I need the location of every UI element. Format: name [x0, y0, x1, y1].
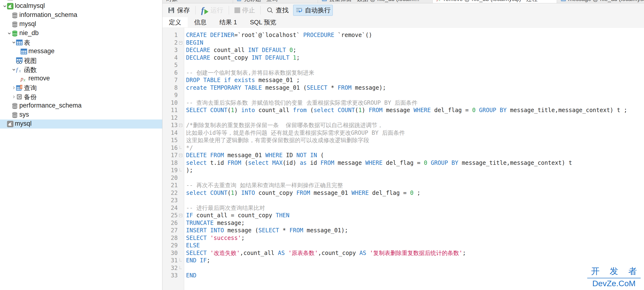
run-fx-icon: f: [201, 7, 204, 14]
code-line-19: 19);: [162, 167, 644, 174]
line-number: 3: [162, 46, 178, 54]
tree-item-nie_db[interactable]: nie_db: [0, 29, 162, 38]
toolbar-separator: [260, 6, 261, 14]
svg-text:p: p: [436, 0, 439, 1]
toolbar-separator: [229, 6, 229, 14]
line-number: 16: [162, 144, 178, 152]
line-number: 9: [162, 92, 178, 99]
code-line-20: 20: [162, 174, 644, 182]
tree-item-localmysql[interactable]: localmysql: [0, 2, 162, 11]
document-tab-label: 无标题 - 查询: [244, 0, 278, 3]
fold-marker[interactable]: [178, 39, 184, 47]
line-number: 15: [162, 137, 178, 144]
tree-item-表[interactable]: 表: [0, 38, 162, 47]
line-number: 24: [162, 204, 178, 212]
line-number: 29: [162, 242, 178, 250]
chevron-down-icon[interactable]: [2, 4, 7, 8]
document-tab-1[interactable]: 无标题 - 查询: [233, 0, 318, 3]
tree-item-label: 表: [24, 38, 30, 47]
tree-item-视图[interactable]: 视图: [0, 56, 162, 65]
code-line-14: 14比如最小id等等，就是条件问题 还有就是去重根据实际需求更改GROUP BY…: [162, 129, 644, 137]
fold-gutter: [178, 46, 184, 54]
document-tabbar: 对象无标题 - 查询去重保留 - 数据 @ nie_db (localm...p…: [162, 0, 644, 3]
chevron-down-icon[interactable]: [12, 67, 16, 72]
word-wrap-toggle[interactable]: 自动换行: [293, 5, 333, 16]
document-tab-2[interactable]: 去重保留 - 数据 @ nie_db (localm...: [318, 0, 433, 3]
tree-item-message[interactable]: message: [0, 47, 162, 56]
run-label: 运行: [210, 6, 223, 14]
document-tab-3[interactable]: pxremove @ nie_db (localmysql) - 过程: [433, 0, 557, 3]
code-text: -- 创建一个临时复制表,并将目标表数据复制进来: [184, 69, 314, 77]
run-button[interactable]: f 运行: [199, 5, 226, 16]
fold-marker: [178, 264, 184, 272]
word-wrap-icon: [295, 6, 303, 14]
document-tab-label: 对象: [166, 0, 178, 3]
chevron-right-icon[interactable]: [12, 94, 16, 99]
find-button[interactable]: 查找: [264, 5, 291, 16]
fold-gutter: [178, 137, 184, 144]
tree-item-label: sys: [19, 111, 29, 118]
watermark: 开 发 者 DevZe.CoM: [587, 266, 641, 288]
tree-item-函数[interactable]: fx函数: [0, 65, 162, 74]
code-line-4: 4DECLARE count_copy INT DEFAULT 1;: [162, 54, 644, 62]
subtab-3[interactable]: SQL 预览: [244, 17, 283, 28]
code-line-11: 11SELECT COUNT(1) into count_all from (s…: [162, 106, 644, 114]
line-number: 22: [162, 189, 178, 197]
code-line-5: 5: [162, 62, 644, 69]
query-icon: [16, 84, 23, 91]
connection-green-icon: [7, 2, 14, 10]
tree-item-mysql[interactable]: mysql: [0, 20, 162, 29]
chevron-down-icon[interactable]: [12, 40, 16, 45]
code-text: END IF;: [184, 257, 210, 264]
code-line-12: 12: [162, 114, 644, 122]
code-line-15: 15这里如果使用了逻辑删除，有需要保留数据的可以改成修改逻辑删除字段: [162, 137, 644, 144]
line-number: 32: [162, 264, 178, 272]
code-text: DECLARE count_copy INT DEFAULT 1;: [184, 54, 300, 62]
line-number: 28: [162, 234, 178, 242]
watermark-cn: 开 发 者: [587, 266, 641, 278]
tree-item-label: 查询: [24, 84, 37, 92]
table-icon: [322, 0, 327, 2]
line-number: 7: [162, 76, 178, 84]
tree-item-information_schema[interactable]: information_schema: [0, 11, 162, 20]
code-text: create TEMPORARY TABLE message_01 (SELEC…: [184, 84, 386, 92]
tree-item-查询[interactable]: 查询: [0, 83, 162, 92]
document-tab-label: remove @ nie_db (localmysql) - 过程: [444, 0, 538, 3]
subtab-0[interactable]: 定义: [162, 17, 188, 28]
find-label: 查找: [276, 6, 288, 14]
code-line-22: 22select COUNT(1) INTO count_copy FROM m…: [162, 189, 644, 197]
tree-item-remove[interactable]: pxremove: [0, 74, 162, 83]
fold-gutter: [178, 182, 184, 189]
fold-gutter: [178, 159, 184, 167]
code-line-24: 24-- 进行最后两次查询结果比对: [162, 204, 644, 212]
line-number: 12: [162, 114, 178, 122]
watermark-site: DevZe.CoM: [587, 279, 641, 288]
tree-item-label: message: [28, 48, 54, 55]
code-text: BEGIN: [184, 39, 203, 47]
tree-item-performance_schema[interactable]: performance_schema: [0, 101, 162, 110]
subtab-1[interactable]: 信息: [188, 17, 213, 28]
tree-item-备份[interactable]: 备份: [0, 92, 162, 101]
database-tree-sidebar[interactable]: localmysqlinformation_schemamysqlnie_db表…: [0, 0, 162, 290]
fold-marker: [178, 257, 184, 264]
tree-item-sys[interactable]: sys: [0, 110, 162, 120]
code-text: /*删除复制表的重复数据并保留一条 保留哪条数据可以自己根据跳进调节，: [184, 122, 383, 129]
stop-button[interactable]: 停止: [232, 5, 257, 16]
document-tab-4[interactable]: message @ nie_db (localmysql) - 表: [557, 0, 644, 3]
fold-marker[interactable]: [178, 212, 184, 220]
tree-item-cutoff[interactable]: [0, 0, 162, 2]
document-tab-0[interactable]: 对象: [162, 0, 233, 3]
chevron-down-icon[interactable]: [7, 31, 12, 36]
fold-marker[interactable]: [178, 122, 184, 129]
sql-editor[interactable]: 1CREATE DEFINER=`root`@`localhost` PROCE…: [162, 28, 644, 290]
tree-item-label: mysql: [15, 120, 32, 127]
database-gray-icon: [11, 21, 18, 28]
fold-gutter: [178, 227, 184, 234]
subtab-2[interactable]: 结果 1: [213, 17, 244, 28]
line-number: 31: [162, 257, 178, 264]
save-button[interactable]: 保存: [165, 5, 192, 16]
code-text: DROP TABLE if exists message_01 ;: [184, 76, 300, 84]
tree-item-mysql[interactable]: mysql: [0, 120, 162, 128]
chevron-right-icon[interactable]: [12, 86, 16, 90]
fold-marker[interactable]: [178, 152, 184, 159]
